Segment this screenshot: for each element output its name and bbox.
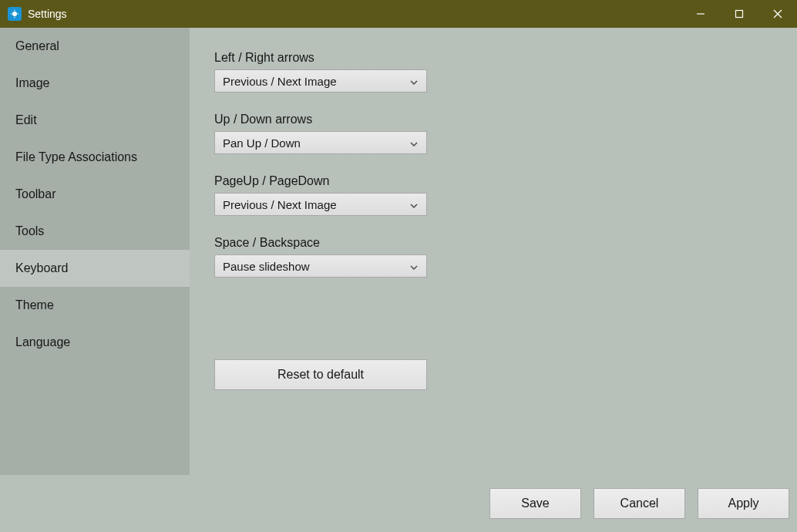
sidebar-item-label: Tools <box>15 224 44 237</box>
combo-value: Pan Up / Down <box>223 136 301 150</box>
combo-value: Previous / Next Image <box>223 75 337 88</box>
combo-value: Pause slideshow <box>223 260 310 273</box>
svg-point-0 <box>12 12 17 16</box>
setting-space-backspace: Space / Backspace Pause slideshow <box>214 236 774 278</box>
sidebar-item-general[interactable]: General <box>0 28 190 65</box>
cancel-button[interactable]: Cancel <box>594 488 685 519</box>
sidebar-item-label: General <box>15 39 59 52</box>
combo-left-right-arrows[interactable]: Previous / Next Image <box>214 69 427 93</box>
reset-label: Reset to default <box>277 368 364 382</box>
sidebar-item-label: File Type Associations <box>15 150 137 163</box>
button-label: Save <box>521 497 549 510</box>
sidebar-item-toolbar[interactable]: Toolbar <box>0 176 190 213</box>
dialog-footer: Save Cancel Apply <box>0 475 797 532</box>
sidebar-item-tools[interactable]: Tools <box>0 213 190 250</box>
sidebar-item-label: Keyboard <box>15 261 69 274</box>
sidebar-item-language[interactable]: Language <box>0 324 190 361</box>
setting-label: PageUp / PageDown <box>214 174 774 188</box>
svg-rect-2 <box>736 11 743 18</box>
combo-space-backspace[interactable]: Pause slideshow <box>214 254 427 278</box>
apply-button[interactable]: Apply <box>698 488 789 519</box>
titlebar: Settings <box>0 0 797 28</box>
setting-left-right-arrows: Left / Right arrows Previous / Next Imag… <box>214 51 774 93</box>
content-pane: Left / Right arrows Previous / Next Imag… <box>190 28 797 475</box>
combo-up-down-arrows[interactable]: Pan Up / Down <box>214 131 427 154</box>
chevron-down-icon <box>409 138 419 147</box>
save-button[interactable]: Save <box>489 488 581 519</box>
chevron-down-icon <box>409 200 419 209</box>
sidebar-item-label: Language <box>15 335 70 348</box>
setting-label: Up / Down arrows <box>214 113 774 126</box>
window-title: Settings <box>28 8 67 20</box>
client-area: General Image Edit File Type Association… <box>0 28 797 532</box>
app-icon <box>8 7 22 21</box>
window-controls <box>681 0 797 28</box>
setting-pageup-pagedown: PageUp / PageDown Previous / Next Image <box>214 174 774 216</box>
sidebar-item-image[interactable]: Image <box>0 65 190 102</box>
reset-to-default-button[interactable]: Reset to default <box>214 359 427 390</box>
combo-pageup-pagedown[interactable]: Previous / Next Image <box>214 193 427 216</box>
setting-label: Space / Backspace <box>214 236 774 250</box>
setting-up-down-arrows: Up / Down arrows Pan Up / Down <box>214 113 774 154</box>
sidebar-item-file-type-associations[interactable]: File Type Associations <box>0 139 190 176</box>
sidebar-item-label: Edit <box>15 113 37 126</box>
sidebar-item-keyboard[interactable]: Keyboard <box>0 250 190 287</box>
sidebar-item-label: Toolbar <box>15 187 55 200</box>
chevron-down-icon <box>409 76 419 86</box>
button-label: Apply <box>728 497 758 510</box>
sidebar-item-theme[interactable]: Theme <box>0 287 190 324</box>
sidebar-item-label: Image <box>15 76 49 89</box>
sidebar-item-label: Theme <box>15 298 54 311</box>
chevron-down-icon <box>409 261 419 271</box>
combo-value: Previous / Next Image <box>223 198 337 211</box>
maximize-button[interactable] <box>720 0 758 28</box>
main-row: General Image Edit File Type Association… <box>0 28 797 475</box>
sidebar-item-edit[interactable]: Edit <box>0 102 190 139</box>
minimize-button[interactable] <box>681 0 720 28</box>
sidebar: General Image Edit File Type Association… <box>0 28 190 475</box>
close-button[interactable] <box>758 0 797 28</box>
button-label: Cancel <box>620 497 659 510</box>
setting-label: Left / Right arrows <box>214 51 774 65</box>
